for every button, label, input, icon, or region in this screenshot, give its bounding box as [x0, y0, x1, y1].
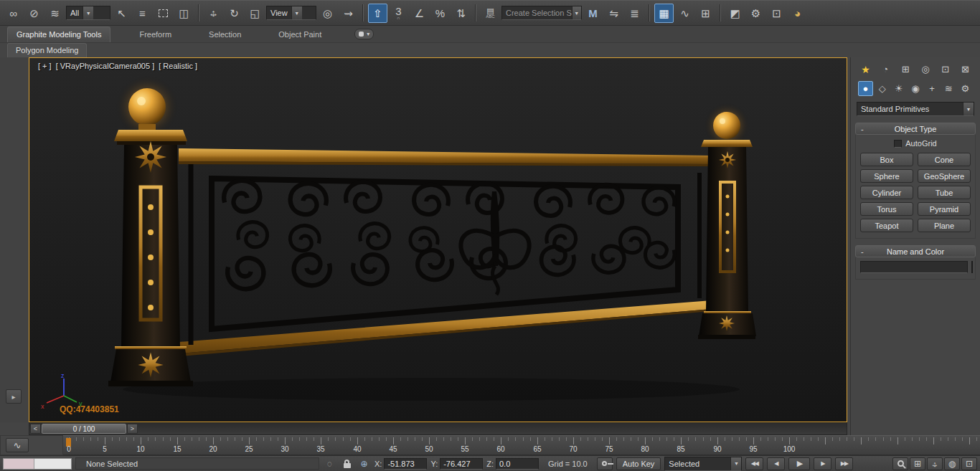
- tab-freeform[interactable]: Freeform: [131, 27, 180, 42]
- display-tab-icon[interactable]: ⊡: [938, 62, 953, 77]
- tab-object-paint[interactable]: Object Paint: [270, 27, 330, 42]
- use-pivot-point-center-icon[interactable]: ◎: [318, 4, 337, 23]
- viewport-general-menu[interactable]: [ + ]: [38, 62, 52, 70]
- sphere-button[interactable]: Sphere: [860, 169, 913, 183]
- select-and-scale-icon[interactable]: ◱: [245, 4, 265, 23]
- isolate-selection-icon[interactable]: ◌: [323, 457, 336, 470]
- reference-coordinate-system-dropdown[interactable]: View ▼: [266, 6, 316, 20]
- layer-manager-icon[interactable]: ≣: [625, 4, 644, 23]
- spinner-snap-icon[interactable]: ⇅: [451, 4, 471, 23]
- time-slider-handle[interactable]: 0 / 100: [42, 424, 126, 434]
- ribbon-display-options-button[interactable]: ▾: [354, 29, 374, 39]
- pan-button[interactable]: ↔↕: [927, 457, 943, 470]
- viewport[interactable]: [ + ] [ VRayPhysicalCamera005 ] [ Realis…: [29, 57, 847, 422]
- select-and-manipulate-icon[interactable]: ⇝: [339, 4, 358, 23]
- previous-frame-arrow-button[interactable]: <: [30, 424, 41, 434]
- name-and-color-rollout-header[interactable]: - Name and Color: [855, 245, 976, 257]
- plane-button[interactable]: Plane: [918, 219, 971, 232]
- utilities-tab-icon[interactable]: ⊠: [958, 62, 973, 77]
- tab-polygon-modeling[interactable]: Polygon Modeling: [7, 43, 87, 57]
- align-icon[interactable]: ⇋: [604, 4, 623, 23]
- next-frame-arrow-button[interactable]: >: [127, 424, 138, 434]
- render-production-icon[interactable]: ◕: [788, 4, 807, 23]
- snaps-toggle-icon[interactable]: 3∩: [389, 4, 408, 23]
- selection-filter-dropdown[interactable]: All ▼: [66, 6, 110, 20]
- cone-button[interactable]: Cone: [918, 153, 971, 166]
- rectangular-selection-region-icon[interactable]: [154, 4, 173, 23]
- maxscript-mini-listener[interactable]: [3, 458, 72, 470]
- select-and-move-icon[interactable]: ↔↕: [204, 4, 223, 23]
- motion-tab-icon[interactable]: ◎: [918, 62, 933, 77]
- shapes-category-icon[interactable]: ◇: [875, 81, 890, 96]
- named-selection-set-combo[interactable]: Create Selection Se ▼: [501, 6, 582, 20]
- mirror-icon[interactable]: M: [583, 4, 603, 23]
- next-frame-button[interactable]: ▶: [814, 457, 831, 470]
- material-editor-icon[interactable]: ◩: [725, 4, 745, 23]
- space-warps-category-icon[interactable]: ≋: [941, 81, 956, 96]
- select-and-link-icon[interactable]: ∞: [4, 4, 23, 23]
- previous-frame-button[interactable]: ◀: [767, 457, 785, 470]
- absolute-mode-icon[interactable]: ⊕: [357, 457, 371, 470]
- unlink-selection-icon[interactable]: ⊘: [24, 4, 44, 23]
- go-to-start-button[interactable]: ◀◀: [745, 457, 763, 470]
- zoom-button[interactable]: [892, 457, 908, 470]
- orbit-button[interactable]: ◍: [944, 457, 960, 470]
- chevron-down-icon[interactable]: ▼: [572, 6, 581, 19]
- percent-snap-icon[interactable]: %: [430, 4, 450, 23]
- geometry-category-icon[interactable]: ●: [858, 81, 873, 96]
- tab-selection[interactable]: Selection: [200, 27, 250, 42]
- viewport-canvas[interactable]: [29, 58, 847, 422]
- helpers-category-icon[interactable]: +: [925, 81, 940, 96]
- ribbon-toggle-icon[interactable]: ▦: [654, 4, 674, 23]
- zoom-extents-button[interactable]: ⊞: [910, 457, 925, 470]
- listener-macro-cell[interactable]: [4, 459, 34, 469]
- cameras-category-icon[interactable]: ◉: [908, 81, 923, 96]
- set-key-button[interactable]: [597, 457, 613, 470]
- object-name-input[interactable]: [860, 261, 968, 273]
- cylinder-button[interactable]: Cylinder: [860, 186, 913, 199]
- viewport-pov-menu[interactable]: [ VRayPhysicalCamera005 ]: [56, 62, 155, 70]
- viewport-shading-menu[interactable]: [ Realistic ]: [159, 62, 197, 70]
- play-animation-button[interactable]: ▶: [788, 457, 810, 470]
- tab-graphite-modeling-tools[interactable]: Graphite Modeling Tools: [7, 27, 110, 42]
- pyramid-button[interactable]: Pyramid: [918, 202, 971, 216]
- modify-tab-icon[interactable]: ◔: [878, 62, 893, 77]
- bind-to-space-warp-icon[interactable]: ≋: [45, 4, 65, 23]
- select-object-icon[interactable]: ↖: [112, 4, 131, 23]
- teapot-button[interactable]: Teapot: [860, 219, 913, 232]
- chevron-down-icon[interactable]: ▼: [291, 6, 302, 19]
- box-button[interactable]: Box: [860, 153, 913, 166]
- window-crossing-icon[interactable]: ◫: [174, 4, 194, 23]
- chevron-down-icon[interactable]: ▼: [83, 6, 93, 19]
- selection-lock-icon[interactable]: [340, 457, 354, 470]
- curve-editor-icon[interactable]: ∿: [675, 4, 694, 23]
- tube-button[interactable]: Tube: [918, 186, 971, 199]
- maximize-viewport-button[interactable]: ⊡: [961, 457, 977, 470]
- edit-named-selection-sets-icon[interactable]: ▤ABC: [481, 4, 500, 23]
- render-setup-icon[interactable]: ⚙: [746, 4, 765, 23]
- angle-snap-icon[interactable]: ∠: [410, 4, 429, 23]
- schematic-view-icon[interactable]: ⊞: [696, 4, 715, 23]
- listener-script-cell[interactable]: [34, 459, 71, 469]
- track-bar[interactable]: 0 5 10 15 20 25 30 35 40 45 50 55 60 65 …: [63, 435, 980, 455]
- chevron-down-icon[interactable]: ▼: [963, 103, 974, 115]
- autogrid-checkbox[interactable]: [894, 140, 902, 148]
- object-color-swatch[interactable]: [971, 261, 973, 273]
- geosphere-button[interactable]: GeoSphere: [918, 169, 971, 183]
- lights-category-icon[interactable]: ☀: [891, 81, 906, 96]
- x-coordinate-field[interactable]: [384, 458, 427, 470]
- chevron-down-icon[interactable]: ▼: [730, 457, 741, 470]
- rendered-frame-window-icon[interactable]: ⊡: [767, 4, 786, 23]
- hierarchy-tab-icon[interactable]: ⊞: [898, 62, 913, 77]
- keyboard-shortcut-override-icon[interactable]: ⇧: [368, 4, 387, 23]
- select-by-name-icon[interactable]: ≡: [133, 4, 152, 23]
- primitives-dropdown[interactable]: Standard Primitives ▼: [857, 102, 974, 116]
- expand-panel-arrow-button[interactable]: ▸: [6, 389, 22, 404]
- torus-button[interactable]: Torus: [860, 202, 913, 216]
- z-coordinate-field[interactable]: [496, 458, 539, 470]
- auto-key-button[interactable]: Auto Key: [616, 457, 661, 470]
- select-and-rotate-icon[interactable]: ↻: [225, 4, 244, 23]
- key-filter-dropdown[interactable]: Selected ▼: [664, 457, 742, 471]
- go-to-end-button[interactable]: ▶▶: [835, 457, 853, 470]
- y-coordinate-field[interactable]: [440, 458, 483, 470]
